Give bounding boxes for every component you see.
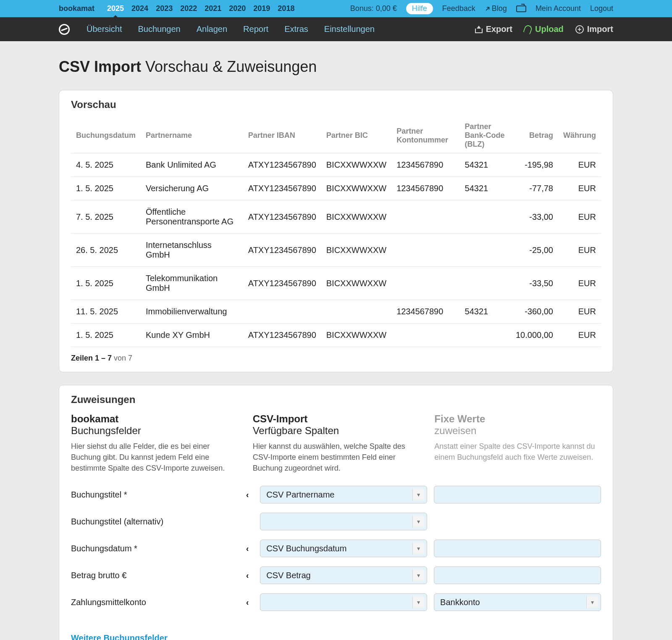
map-label: Buchungstitel * xyxy=(71,490,235,500)
row-count: Zeilen 1 – 7 von 7 xyxy=(71,347,601,363)
col-acct: Partner Kontonummer xyxy=(391,118,459,153)
more-fields-link[interactable]: Weitere Buchungsfelder xyxy=(59,626,613,640)
table-row: 7. 5. 2025Öffentliche Personentransporte… xyxy=(71,200,601,234)
assign-col-bookamat: bookamatBuchungsfelder Hier siehst du al… xyxy=(71,413,238,474)
map-label: Betrag brutto € xyxy=(71,571,235,580)
account-link[interactable]: Mein Account xyxy=(536,4,581,13)
year-2024[interactable]: 2024 xyxy=(131,4,148,13)
col-iban: Partner IBAN xyxy=(243,118,321,153)
year-list: 20252024202320222021202020192018 xyxy=(107,4,294,13)
fixed-value-input[interactable] xyxy=(434,486,601,503)
map-label: Zahlungsmittelkonto xyxy=(71,598,235,607)
nav-menu: ÜbersichtBuchungenAnlagenReportExtrasEin… xyxy=(87,24,375,34)
assign-col-fixed: Fixe Wertezuweisen Anstatt einer Spalte … xyxy=(434,413,601,474)
help-button[interactable]: Hilfe xyxy=(406,3,433,14)
col-partner: Partnername xyxy=(141,118,243,153)
map-row: Zahlungsmittelkonto‹▾Bankkonto▾ xyxy=(71,589,601,616)
year-2025[interactable]: 2025 xyxy=(107,4,124,13)
nav-übersicht[interactable]: Übersicht xyxy=(87,24,122,34)
table-row: 26. 5. 2025Internetanschluss GmbHATXY123… xyxy=(71,234,601,267)
csv-column-select[interactable]: CSV Betrag▾ xyxy=(260,566,427,584)
table-row: 1. 5. 2025Versicherung AGATXY1234567890B… xyxy=(71,177,601,200)
year-2022[interactable]: 2022 xyxy=(180,4,197,13)
csv-column-select[interactable]: ▾ xyxy=(260,593,427,611)
nav-extras[interactable]: Extras xyxy=(284,24,308,34)
map-row: Buchungsdatum *‹CSV Buchungsdatum▾ xyxy=(71,535,601,562)
fixed-value-input[interactable] xyxy=(434,566,601,584)
chevron-down-icon: ▾ xyxy=(412,543,424,554)
chevron-left-icon: ‹ xyxy=(242,571,253,580)
feedback-link[interactable]: Feedback xyxy=(442,4,475,13)
assign-col-csv: CSV-ImportVerfügbare Spalten Hier kannst… xyxy=(253,413,420,474)
csv-column-select[interactable]: CSV Partnername▾ xyxy=(260,486,427,503)
logout-link[interactable]: Logout xyxy=(590,4,613,13)
fixed-value-input[interactable] xyxy=(434,540,601,557)
paperclip-icon xyxy=(523,24,533,34)
year-topbar: bookamat 2025202420232022202120202019201… xyxy=(0,0,672,17)
bonus-text: Bonus: 0,00 € xyxy=(350,4,397,13)
year-2018[interactable]: 2018 xyxy=(278,4,294,13)
nav-report[interactable]: Report xyxy=(243,24,268,34)
nav-einstellungen[interactable]: Einstellungen xyxy=(324,24,375,34)
map-row: Buchungstitel *‹CSV Partnername▾ xyxy=(71,481,601,508)
nav-anlagen[interactable]: Anlagen xyxy=(197,24,227,34)
chevron-down-icon: ▾ xyxy=(412,489,424,500)
col-curr: Währung xyxy=(558,118,601,153)
table-row: 4. 5. 2025Bank Unlimited AGATXY123456789… xyxy=(71,153,601,177)
col-blz: Partner Bank-Code (BLZ) xyxy=(460,118,511,153)
preview-table: Buchungsdatum Partnername Partner IBAN P… xyxy=(71,118,601,347)
table-row: 1. 5. 2025Kunde XY GmbHATXY1234567890BIC… xyxy=(71,324,601,347)
export-icon xyxy=(475,26,483,33)
col-date: Buchungsdatum xyxy=(71,118,141,153)
col-bic: Partner BIC xyxy=(321,118,391,153)
year-2019[interactable]: 2019 xyxy=(253,4,270,13)
logo-icon[interactable] xyxy=(59,24,70,35)
col-amount: Betrag xyxy=(511,118,558,153)
chevron-down-icon: ▾ xyxy=(586,596,598,608)
year-2020[interactable]: 2020 xyxy=(229,4,246,13)
map-row: Betrag brutto €‹CSV Betrag▾ xyxy=(71,562,601,589)
main-nav: ÜbersichtBuchungenAnlagenReportExtrasEin… xyxy=(0,17,672,41)
preview-panel: Vorschau Buchungsdatum Partnername Partn… xyxy=(59,90,613,372)
export-link[interactable]: Export xyxy=(475,24,512,34)
map-label: Buchungsdatum * xyxy=(71,544,235,553)
keyboard-icon[interactable] xyxy=(516,5,526,12)
chevron-down-icon: ▾ xyxy=(412,569,424,581)
chevron-left-icon: ‹ xyxy=(242,598,253,607)
assign-panel: Zuweisungen bookamatBuchungsfelder Hier … xyxy=(59,385,613,640)
csv-column-select[interactable]: ▾ xyxy=(260,513,427,530)
preview-heading: Vorschau xyxy=(59,90,613,118)
brand: bookamat xyxy=(59,4,94,13)
chevron-down-icon: ▾ xyxy=(412,596,424,608)
upload-link[interactable]: Upload xyxy=(524,24,564,34)
assign-heading: Zuweisungen xyxy=(59,385,613,413)
map-row: Buchungstitel (alternativ)▾ xyxy=(71,508,601,535)
year-2021[interactable]: 2021 xyxy=(205,4,221,13)
table-row: 11. 5. 2025Immobilienverwaltung123456789… xyxy=(71,300,601,324)
csv-column-select[interactable]: CSV Buchungsdatum▾ xyxy=(260,540,427,557)
plus-circle-icon: + xyxy=(575,25,584,34)
nav-buchungen[interactable]: Buchungen xyxy=(138,24,180,34)
year-2023[interactable]: 2023 xyxy=(156,4,173,13)
chevron-down-icon: ▾ xyxy=(412,516,424,527)
fixed-value-select[interactable]: Bankkonto▾ xyxy=(434,593,601,611)
blog-link[interactable]: ➔Blog xyxy=(485,4,507,13)
external-icon: ➔ xyxy=(483,4,492,13)
chevron-left-icon: ‹ xyxy=(242,544,253,553)
page-title: CSV Import Vorschau & Zuweisungen xyxy=(59,58,613,76)
map-label: Buchungstitel (alternativ) xyxy=(71,517,235,527)
import-link[interactable]: +Import xyxy=(575,24,613,34)
table-row: 1. 5. 2025Telekommunikation GmbHATXY1234… xyxy=(71,267,601,300)
chevron-left-icon: ‹ xyxy=(242,490,253,500)
